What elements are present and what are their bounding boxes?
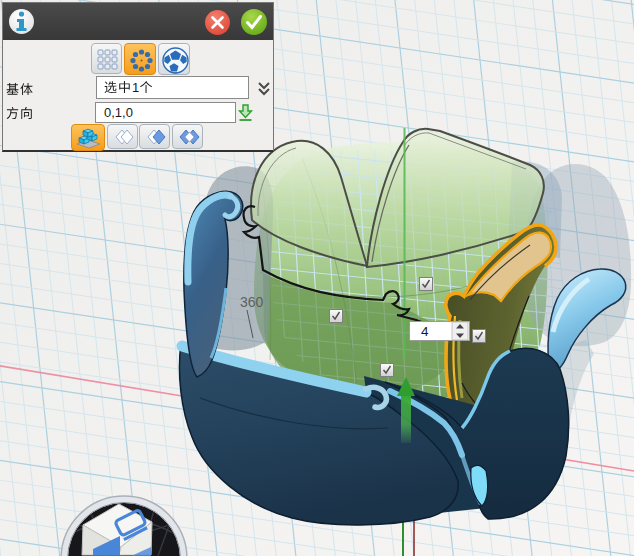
svg-text:360: 360 [240,294,264,310]
svg-text:1: 1 [132,80,139,95]
svg-text:4: 4 [421,324,429,339]
